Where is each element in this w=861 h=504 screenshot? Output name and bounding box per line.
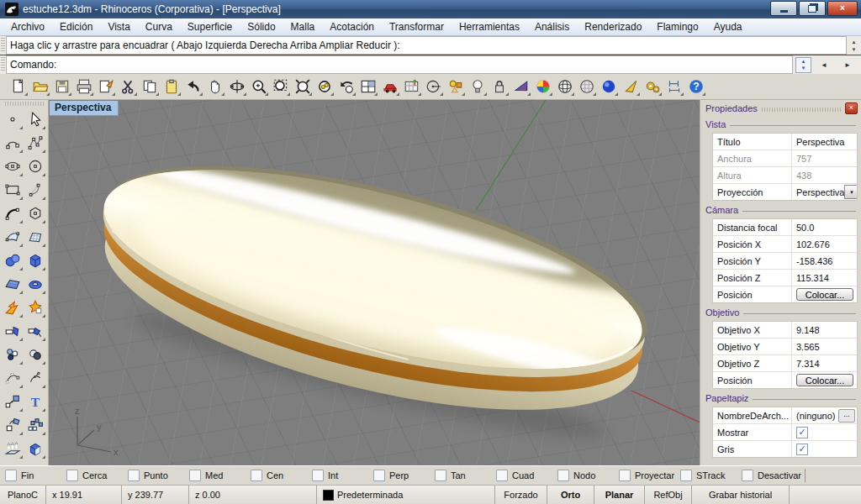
zoom-window-button[interactable] [270, 76, 292, 97]
zoom-dynamic-button[interactable] [248, 76, 270, 97]
scroll-right-button[interactable]: ► [837, 57, 858, 73]
status-x-19-91[interactable]: x 19.91 [46, 486, 122, 504]
osnap-cuad[interactable]: Cuad [496, 470, 557, 481]
close-button[interactable]: × [827, 1, 858, 16]
status-grabar-historial[interactable]: Grabar historial [692, 486, 790, 504]
browse-button[interactable]: ... [838, 409, 855, 423]
torus-button[interactable] [24, 272, 47, 296]
estuche-model[interactable] [74, 106, 699, 465]
dropdown-arrow-icon[interactable]: ▼ [844, 185, 857, 199]
paste-button[interactable] [161, 76, 182, 97]
trim-button[interactable] [2, 319, 24, 343]
property-value-posici-n-x[interactable]: 102.676 [792, 239, 857, 249]
help-button[interactable]: ? [685, 76, 707, 97]
viewport-title-tab[interactable]: Perspectiva [50, 101, 119, 116]
property-value-objetivo-x[interactable]: 9.148 [792, 325, 857, 335]
dimension-tool-button[interactable] [663, 76, 685, 97]
panel-grip[interactable] [762, 108, 842, 112]
split-button[interactable] [24, 319, 47, 343]
osnap-proyectar[interactable]: Proyectar [619, 470, 680, 481]
status-forzado[interactable]: Forzado [495, 486, 547, 504]
layer-color-swatch[interactable] [323, 490, 334, 501]
osnap-checkbox[interactable] [680, 470, 692, 481]
surface-button[interactable] [2, 225, 24, 249]
sidebar-grip[interactable] [5, 102, 44, 106]
cut-button[interactable] [117, 76, 139, 97]
spheres-button[interactable] [2, 249, 24, 272]
osnap-cerca[interactable]: Cerca [66, 470, 128, 481]
status-z-0-00[interactable]: z 0.00 [189, 486, 317, 504]
menu-flamingo[interactable]: Flamingo [649, 19, 705, 34]
menu-vista[interactable]: Vista [100, 19, 137, 34]
explode-button[interactable] [2, 296, 24, 319]
save-button[interactable] [51, 76, 73, 97]
extrude-button[interactable] [2, 437, 24, 460]
solid-cap-button[interactable] [24, 437, 47, 460]
osnap-int[interactable]: Int [312, 470, 373, 481]
menu-edici-n[interactable]: Edición [52, 19, 100, 34]
osnap-checkbox[interactable] [189, 470, 201, 481]
status-predeterminada[interactable]: Predeterminada [317, 486, 495, 504]
menu-ayuda[interactable]: Ayuda [706, 19, 750, 34]
restore-button[interactable] [799, 1, 826, 16]
select-arrow-button[interactable] [24, 108, 47, 131]
wireframe-sphere-button[interactable] [554, 76, 576, 97]
zoom-selected-button[interactable] [314, 76, 335, 97]
osnap-perp[interactable]: Perp [373, 470, 435, 481]
status-orto[interactable]: Orto [547, 486, 594, 504]
text-button[interactable]: T [24, 390, 47, 413]
property-value-distancia-focal[interactable]: 50.0 [792, 223, 857, 233]
circle-button[interactable] [24, 155, 47, 178]
property-value-posici-n-y[interactable]: -158.436 [792, 256, 857, 266]
menu-curva[interactable]: Curva [138, 19, 180, 34]
osnap-checkbox[interactable] [619, 470, 631, 481]
colocar-button[interactable]: Colocar... [796, 374, 853, 386]
menu-archivo[interactable]: Archivo [3, 19, 52, 34]
rectangle-button[interactable] [2, 178, 24, 202]
print-button[interactable] [73, 76, 95, 97]
export-spray-button[interactable] [95, 76, 117, 97]
osnap-checkbox[interactable] [251, 470, 262, 481]
osnap-desactivar[interactable]: Desactivar [742, 470, 803, 481]
status-planoc[interactable]: PlanoC [0, 486, 46, 504]
undo-view-button[interactable] [335, 76, 357, 97]
rendered-sphere-button[interactable] [598, 76, 620, 97]
rotate-button[interactable] [2, 413, 24, 437]
rotate-view-button[interactable] [226, 76, 248, 97]
menu-superficie[interactable]: Superficie [180, 19, 240, 34]
osnap-fin[interactable]: Fin [5, 470, 66, 481]
status-refobj[interactable]: RefObj [645, 486, 692, 504]
property-value-posici-n-z[interactable]: 115.314 [792, 273, 857, 283]
menu-an-lisis[interactable]: Análisis [527, 19, 577, 34]
viewport-layout-button[interactable] [357, 76, 379, 97]
command-grip[interactable] [1, 57, 5, 72]
scale-button[interactable] [2, 390, 24, 413]
osnap-med[interactable]: Med [189, 470, 251, 481]
history-grip[interactable] [1, 38, 5, 53]
gris-checkbox[interactable]: ✓ [796, 444, 808, 455]
undo-button[interactable] [182, 76, 204, 97]
command-input[interactable]: Comando: [6, 55, 793, 74]
osnap-nodo[interactable]: Nodo [557, 470, 619, 481]
perspective-viewport[interactable]: Perspectiva [49, 100, 700, 465]
scroll-left-button[interactable]: ◄ [813, 57, 835, 73]
menu-transformar[interactable]: Transformar [382, 19, 452, 34]
osnap-checkbox[interactable] [312, 470, 324, 481]
plan-map-button[interactable] [401, 76, 423, 97]
curve-button[interactable] [2, 131, 24, 155]
osnap-strack[interactable]: STrack [680, 470, 742, 481]
osnap-checkbox[interactable] [557, 470, 569, 481]
curve-ctrl-button[interactable] [2, 366, 24, 390]
array-button[interactable] [24, 413, 47, 437]
command-spinner[interactable]: ▲▼ [795, 57, 811, 73]
gears-button[interactable] [642, 76, 663, 97]
color-wheel-button[interactable] [532, 76, 554, 97]
circle-radius-button[interactable] [423, 76, 445, 97]
polygon-button[interactable] [24, 202, 47, 225]
status-y-239-77[interactable]: y 239.77 [122, 486, 189, 504]
osnap-tan[interactable]: Tan [435, 470, 496, 481]
conic-button[interactable] [24, 178, 47, 202]
lightbulb-button[interactable] [467, 76, 489, 97]
curve-handle-button[interactable] [24, 366, 47, 390]
new-document-button[interactable] [8, 76, 29, 97]
